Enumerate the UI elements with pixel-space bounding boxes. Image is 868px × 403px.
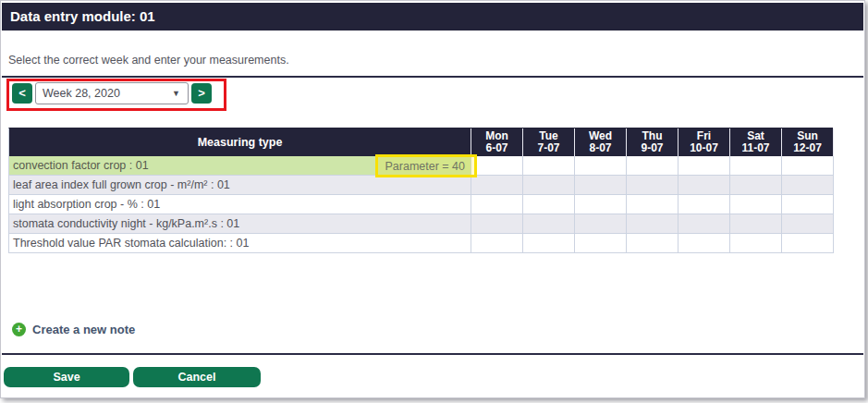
measurement-cell[interactable]	[627, 234, 679, 253]
measurement-cell[interactable]	[471, 214, 523, 234]
column-header-day: Tue7-07	[523, 128, 575, 156]
measurement-cell[interactable]	[679, 195, 730, 214]
measuring-type-row-label: leaf area index full grown crop - m²/m² …	[9, 176, 471, 195]
next-week-button[interactable]: >	[191, 83, 212, 104]
measurement-cell[interactable]	[730, 214, 782, 234]
measurement-cell[interactable]	[471, 176, 523, 195]
measurement-cell[interactable]	[471, 156, 523, 176]
create-note-link[interactable]: + Create a new note	[12, 321, 135, 337]
cancel-button[interactable]: Cancel	[133, 367, 261, 387]
measurement-cell[interactable]	[782, 234, 834, 253]
measurement-cell[interactable]	[782, 195, 834, 214]
measurement-cell[interactable]	[730, 156, 782, 176]
measurement-cell[interactable]	[575, 156, 627, 176]
measurement-cell[interactable]	[782, 156, 834, 176]
measurement-cell[interactable]	[679, 234, 730, 253]
measurement-cell[interactable]	[575, 234, 627, 253]
measurement-cell[interactable]	[627, 176, 679, 195]
measurement-cell[interactable]	[730, 176, 782, 195]
measurement-cell[interactable]	[730, 234, 782, 253]
plus-icon: +	[12, 323, 26, 336]
column-header-measuring-type: Measuring type	[9, 128, 471, 156]
week-select[interactable]: Week 28, 2020 ▼	[35, 82, 189, 104]
measurements-table: Measuring type Mon6-07 Tue7-07 Wed8-07 T…	[8, 128, 833, 253]
measurement-cell[interactable]	[523, 214, 575, 234]
measurement-cell[interactable]	[471, 234, 523, 253]
measurement-cell[interactable]	[523, 195, 575, 214]
measurement-cell[interactable]	[782, 214, 834, 234]
measurement-cell[interactable]	[730, 195, 782, 214]
measurement-cell[interactable]	[782, 176, 834, 195]
measurement-cell[interactable]	[523, 234, 575, 253]
measuring-type-row-label: Threshold value PAR stomata calculation:…	[9, 234, 471, 253]
data-entry-window: Data entry module: 01 Select the correct…	[0, 0, 865, 398]
measurement-cell[interactable]	[679, 176, 730, 195]
measurement-cell[interactable]	[627, 195, 679, 214]
measurement-cell[interactable]	[679, 214, 730, 234]
column-header-day: Wed8-07	[575, 128, 627, 156]
module-title-bar: Data entry module: 01	[2, 3, 863, 31]
measurement-cell[interactable]	[575, 214, 627, 234]
measurement-cell[interactable]	[679, 156, 730, 176]
chevron-down-icon: ▼	[172, 83, 180, 104]
column-header-day: Sat11-07	[730, 128, 782, 156]
measurement-cell[interactable]	[627, 156, 679, 176]
parameter-value: Parameter = 40	[385, 160, 465, 173]
previous-week-button[interactable]: <	[12, 83, 32, 104]
measurement-cell[interactable]	[627, 214, 679, 234]
instruction-text: Select the correct week and enter your m…	[8, 54, 289, 67]
measurement-cell[interactable]	[471, 195, 523, 214]
column-header-day: Mon6-07	[471, 128, 523, 156]
parameter-highlight-annotation: Parameter = 40	[375, 154, 477, 177]
section-divider-bottom	[2, 353, 863, 355]
measurement-cell[interactable]	[575, 176, 627, 195]
measurement-cell[interactable]	[523, 176, 575, 195]
column-header-day: Thu9-07	[627, 128, 679, 156]
measuring-type-row-label: light absorption crop - % : 01	[9, 195, 471, 214]
save-button[interactable]: Save	[4, 367, 129, 387]
page-title: Data entry module: 01	[10, 8, 155, 24]
column-header-day: Sun12-07	[782, 128, 834, 156]
measurement-cell[interactable]	[575, 195, 627, 214]
week-select-value: Week 28, 2020	[43, 87, 120, 100]
column-header-day: Fri10-07	[679, 128, 730, 156]
section-divider-top	[2, 76, 863, 78]
measuring-type-row-label: stomata conductivity night - kg/kPa.m².s…	[9, 214, 471, 234]
measurement-cell[interactable]	[523, 156, 575, 176]
create-note-label: Create a new note	[32, 323, 135, 336]
